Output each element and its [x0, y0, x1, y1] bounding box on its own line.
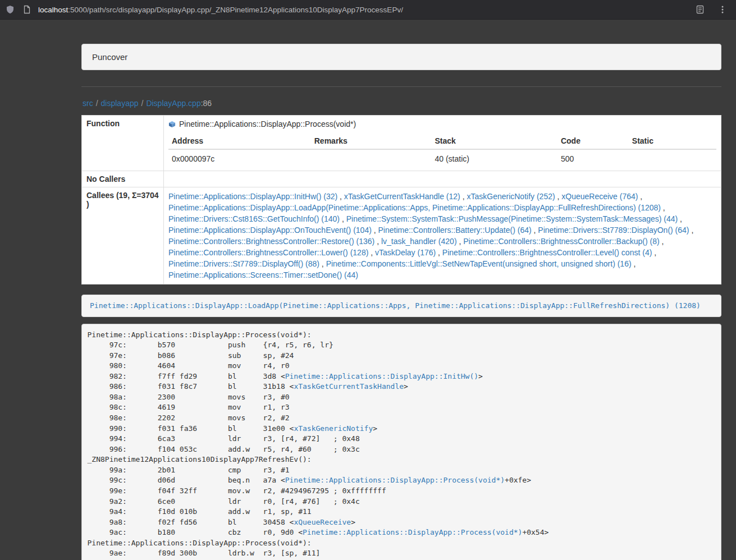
callee-link[interactable]: Pinetime::Controllers::BrightnessControl…: [463, 237, 659, 246]
callee-link[interactable]: Pinetime::Controllers::Battery::Update()…: [378, 226, 532, 235]
callees-label: Callees (19, Σ=3704 ): [82, 187, 164, 284]
col-header-code: Code: [557, 134, 629, 149]
callees-list: Pinetime::Applications::DisplayApp::Init…: [164, 187, 721, 284]
reader-view-icon[interactable]: [696, 5, 705, 14]
highlighted-symbol-link[interactable]: Pinetime::Applications::DisplayApp::Load…: [90, 301, 701, 310]
callee-link[interactable]: Pinetime::Controllers::BrightnessControl…: [168, 237, 374, 246]
content-container: Puncover src/displayapp/DisplayApp.cpp:8…: [81, 44, 721, 560]
breadcrumb-separator: /: [93, 99, 101, 108]
shield-icon[interactable]: [6, 5, 15, 14]
code-symbol-link[interactable]: xTaskGetCurrentTaskHandle: [294, 382, 404, 391]
url-host: localhost: [38, 6, 68, 14]
callee-link[interactable]: Pinetime::Applications::Screens::Timer::…: [168, 270, 358, 279]
browser-toolbar: localhost:5000/path/src/displayapp/Displ…: [0, 0, 736, 20]
breadcrumb-displayapp[interactable]: displayapp: [101, 99, 139, 108]
callee-link[interactable]: xQueueReceive (764): [561, 192, 638, 201]
function-stats-table: Address Remarks Stack Code Static 0x0000…: [168, 134, 716, 167]
function-signature: Pinetime::Applications::DisplayApp::Proc…: [179, 120, 356, 128]
app-title: Puncover: [92, 52, 127, 62]
highlighted-symbol-well: Pinetime::Applications::DisplayApp::Load…: [81, 295, 721, 317]
breadcrumb: src/displayapp/DisplayApp.cpp:86: [83, 99, 721, 108]
callee-link[interactable]: Pinetime::Applications::DisplayApp::Init…: [168, 192, 337, 201]
more-menu-icon[interactable]: [718, 5, 727, 14]
url-path: :5000/path/src/displayapp/DisplayApp.cpp…: [68, 6, 403, 14]
code-symbol-link[interactable]: Pinetime::Applications::DisplayApp::Proc…: [285, 476, 505, 484]
page-body: Puncover src/displayapp/DisplayApp.cpp:8…: [0, 20, 736, 560]
code-symbol-link[interactable]: xQueueReceive: [294, 518, 351, 526]
callee-link[interactable]: xTaskGenericNotify (252): [467, 192, 555, 201]
stats-row: 0x0000097c 40 (static) 500: [168, 149, 716, 167]
callee-link[interactable]: Pinetime::Drivers::St7789::DisplayOn() (…: [538, 226, 689, 235]
callee-link[interactable]: Pinetime::System::SystemTask::PushMessag…: [346, 214, 678, 223]
no-callers-row: No Callers: [82, 171, 721, 187]
url-bar[interactable]: localhost:5000/path/src/displayapp/Displ…: [38, 6, 682, 14]
no-callers-label: No Callers: [82, 171, 164, 187]
callees-row: Callees (19, Σ=3704 ) Pinetime::Applicat…: [82, 187, 721, 284]
col-header-address: Address: [168, 134, 311, 149]
col-header-stack: Stack: [431, 134, 557, 149]
callee-link[interactable]: vTaskDelay (176): [375, 248, 436, 257]
toolbar-right-actions: [682, 5, 727, 14]
function-row-label: Function: [82, 116, 164, 171]
divider: [81, 86, 721, 87]
code-symbol-link[interactable]: Pinetime::Applications::DisplayApp::Proc…: [303, 528, 522, 536]
function-info-table: Function Pinetime::Applications::Display…: [81, 115, 721, 284]
breadcrumb-src[interactable]: src: [83, 99, 93, 108]
col-header-static: Static: [629, 134, 716, 149]
stat-address: 0x0000097c: [168, 149, 311, 167]
callee-link[interactable]: Pinetime::Applications::DisplayApp::OnTo…: [168, 226, 372, 235]
callee-link[interactable]: lv_task_handler (420): [381, 237, 457, 246]
callee-link[interactable]: Pinetime::Controllers::BrightnessControl…: [168, 248, 368, 257]
callee-link[interactable]: Pinetime::Drivers::St7789::DisplayOff() …: [168, 259, 319, 268]
code-symbol-link[interactable]: xTaskGenericNotify: [294, 424, 373, 433]
function-icon: [168, 121, 176, 128]
breadcrumb-separator: /: [139, 99, 147, 108]
callee-link[interactable]: Pinetime::Applications::DisplayApp::Load…: [168, 203, 661, 212]
breadcrumb-file[interactable]: DisplayApp.cpp: [146, 99, 200, 108]
stat-remarks: [311, 149, 432, 167]
callee-link[interactable]: Pinetime::Drivers::Cst816S::GetTouchInfo…: [168, 214, 340, 223]
stat-static: [629, 149, 716, 167]
col-header-remarks: Remarks: [311, 134, 432, 149]
callee-link[interactable]: xTaskGetCurrentTaskHandle (12): [344, 192, 460, 201]
function-row: Function Pinetime::Applications::Display…: [82, 116, 721, 171]
disassembly-block: Pinetime::Applications::DisplayApp::Proc…: [81, 324, 721, 560]
app-title-panel: Puncover: [81, 44, 721, 70]
callee-link[interactable]: Pinetime::Components::LittleVgl::SetNewT…: [326, 259, 632, 268]
breadcrumb-line-number: :86: [201, 99, 212, 108]
code-symbol-link[interactable]: Pinetime::Applications::DisplayApp::Init…: [285, 372, 478, 380]
page-info-icon[interactable]: [22, 5, 31, 14]
stat-stack: 40 (static): [431, 149, 557, 167]
stats-header-row: Address Remarks Stack Code Static: [168, 134, 716, 149]
stat-code: 500: [557, 149, 629, 167]
function-signature-row: Pinetime::Applications::DisplayApp::Proc…: [168, 119, 716, 128]
callee-link[interactable]: Pinetime::Controllers::BrightnessControl…: [442, 248, 652, 257]
